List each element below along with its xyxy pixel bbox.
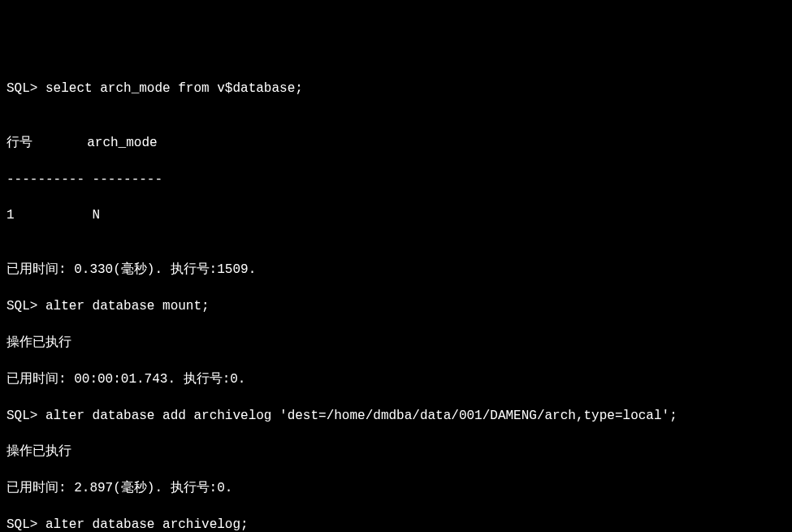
execution-time: 已用时间: 00:00:01.743. 执行号:0. (6, 370, 786, 388)
sql-command-line: SQL> select arch_mode from v$database; (6, 80, 786, 97)
operation-executed: 操作已执行 (6, 443, 786, 461)
sql-command-line: SQL> alter database add archivelog 'dest… (6, 407, 786, 425)
operation-executed: 操作已执行 (6, 334, 786, 352)
column-header: 行号 arch_mode (6, 134, 786, 152)
sql-command-line: SQL> alter database mount; (6, 297, 786, 315)
header-separator: ---------- --------- (6, 171, 786, 188)
sql-command-line: SQL> alter database archivelog; (6, 516, 786, 532)
result-row: 1 N (6, 206, 786, 224)
execution-time: 已用时间: 0.330(毫秒). 执行号:1509. (6, 261, 786, 279)
execution-time: 已用时间: 2.897(毫秒). 执行号:0. (6, 479, 786, 497)
